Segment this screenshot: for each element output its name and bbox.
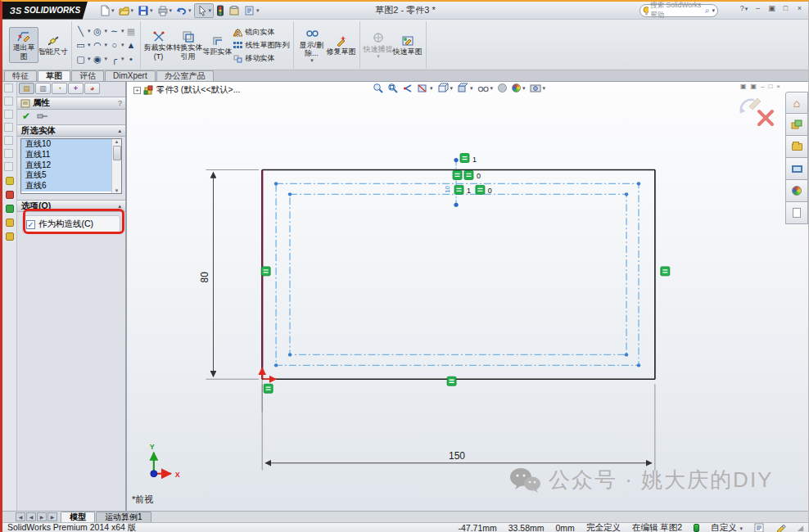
save-button[interactable]: ▾ [136,4,155,17]
maximize-button[interactable]: □ [780,4,791,12]
scroll-up-icon[interactable]: ▲ [115,139,120,144]
tab-model[interactable]: 模型 [61,512,95,522]
fillet-tool[interactable]: ╭▾ [109,54,124,65]
undo-button[interactable]: ▾ [174,4,193,17]
search-input[interactable]: 搜索 SolidWorks 帮助 ⌕▾ [640,4,718,17]
close-button[interactable]: × [794,4,805,12]
tag-editor-icon[interactable] [754,523,764,532]
prev-tab-button[interactable]: ◀ [26,512,36,521]
mirror-entities-button[interactable]: 镜向实体 [233,27,290,38]
dimension-height[interactable]: 80 [199,172,214,376]
dropdown-icon[interactable]: ▾ [111,7,115,14]
zoom-fit-button[interactable] [373,83,383,93]
scroll-thumb[interactable] [113,146,121,160]
options-button[interactable] [227,4,242,17]
resize-grip-icon[interactable]: ◢ [798,524,803,532]
relation-badge[interactable] [447,376,456,385]
help-button[interactable]: ?▾ [739,4,749,12]
point-tool[interactable]: • [126,54,137,64]
custom-properties-button[interactable] [785,202,808,224]
sketch-canvas[interactable]: 80 150 10 1 0 1 [127,82,808,508]
appearance-icon[interactable] [6,219,14,227]
previous-view-button[interactable] [402,83,413,93]
list-item[interactable]: 直线11 [21,150,111,160]
perimeter-circle-tool[interactable]: ◉▾ [93,54,108,65]
file-explorer-button[interactable] [785,136,808,158]
dropdown-icon[interactable]: ▾ [169,7,173,14]
pushpin-icon[interactable] [37,112,48,120]
fm-property-tab[interactable]: ▥ [35,83,51,94]
view-cube-icon[interactable] [6,85,13,92]
relation-badge[interactable] [476,185,485,194]
dimension-height-value[interactable]: 80 [199,272,210,283]
exit-sketch-button[interactable]: 退出草图 [9,27,38,62]
repair-sketch-button[interactable]: 修复草图 [327,32,356,57]
tab-sketch[interactable]: 草图 [38,70,70,81]
sw-resources-button[interactable]: ⌂ [785,92,808,114]
feature-tree-root[interactable]: + 零件3 (默认<<默认>... [133,84,240,96]
relation-badge[interactable] [264,384,273,393]
rectangle-tool[interactable]: ▭▾ [75,40,91,51]
list-item[interactable]: 直线6 [21,181,111,192]
fm-tree-tab[interactable]: ▤ [19,83,34,94]
construction-rectangles[interactable] [276,183,639,365]
minimize-button[interactable]: – [753,4,763,12]
relation-badge[interactable] [453,170,462,179]
arc-tool[interactable]: ◠▾ [93,40,108,51]
sketch-rectangle[interactable] [262,169,655,379]
rebuild-button[interactable] [215,4,226,17]
relation-badge[interactable] [261,267,270,276]
print-button[interactable]: ▾ [156,4,174,17]
quick-snaps-button[interactable]: 快速捕捉 ▾ [364,29,393,61]
dropdown-icon[interactable]: ▾ [712,7,715,14]
new-document-button[interactable]: ▾ [97,4,116,17]
doc-restore-icon[interactable]: ▣ [740,83,747,90]
construction-line-label[interactable]: 作为构造线(C) [38,219,93,230]
dropdown-icon[interactable]: ▾ [188,7,192,14]
tab-evaluate[interactable]: 评估 [71,70,104,81]
sketch-edit-icon[interactable] [6,177,14,185]
panel-help-icon[interactable]: ? [118,99,122,107]
dimension-width-value[interactable]: 150 [449,450,465,462]
view-cube-icon[interactable] [6,138,13,145]
doc-close-icon[interactable]: × [776,83,780,90]
hide-show-items-button[interactable]: ▾ [477,83,494,93]
quick-tip-pencil-icon[interactable] [775,523,786,532]
view-cube-icon[interactable] [6,151,13,158]
move-entities-button[interactable]: 移动实体 [233,53,290,64]
doc-maximize-icon[interactable]: □ [768,83,772,90]
smart-dimension-button[interactable]: 智能尺寸 [38,32,68,57]
view-cube-icon[interactable] [6,111,13,119]
edit-appearance-button[interactable] [497,83,508,93]
relation-badge[interactable] [661,267,670,276]
linear-pattern-button[interactable]: 线性草图阵列 [233,40,290,51]
selected-entities-list[interactable]: 直线10 直线11 直线12 直线5 直线6 ▲ ▼ [20,138,122,194]
search-icon[interactable]: ⌕ [705,6,710,16]
fm-display-manager-tab[interactable]: ◕ [84,83,100,94]
line-tool[interactable]: ╲▾ [75,26,91,37]
tab-motion-study[interactable]: 运动算例1 [96,512,151,522]
list-item[interactable]: 直线5 [21,170,111,181]
construction-line-checkbox[interactable]: ✓ [26,220,35,229]
doc-restore-icon[interactable]: ▣ [750,83,757,90]
view-orientation-button[interactable]: ▾ [437,83,454,93]
last-tab-button[interactable]: ▶ [47,512,57,521]
appearance-icon[interactable] [6,232,14,241]
ok-check-icon[interactable]: ✔ [22,110,30,122]
circle-tool[interactable]: ◎▾ [93,26,108,37]
rapid-sketch-button[interactable]: 快速草图 [393,32,423,57]
display-style-button[interactable]: ▾ [457,83,473,93]
spline-tool[interactable]: ∼▾ [109,26,124,37]
units-selector[interactable]: 自定义 ▾ [711,522,743,532]
restore-extra-button[interactable]: ▣ [766,4,777,12]
tab-features[interactable]: 特征 [4,70,37,81]
ellipse-tool[interactable]: ○▾ [109,40,124,50]
slot-tool[interactable]: ▢▾ [75,54,91,65]
view-cube-icon[interactable] [6,98,13,106]
graphics-area[interactable]: 80 150 10 1 0 1 [127,82,808,511]
design-library-button[interactable] [785,114,808,136]
list-item[interactable]: 直线12 [21,160,111,171]
relation-badge[interactable] [460,154,469,163]
view-cube-icon[interactable] [6,124,13,132]
fm-configuration-tab[interactable]: ◔ [52,83,67,94]
